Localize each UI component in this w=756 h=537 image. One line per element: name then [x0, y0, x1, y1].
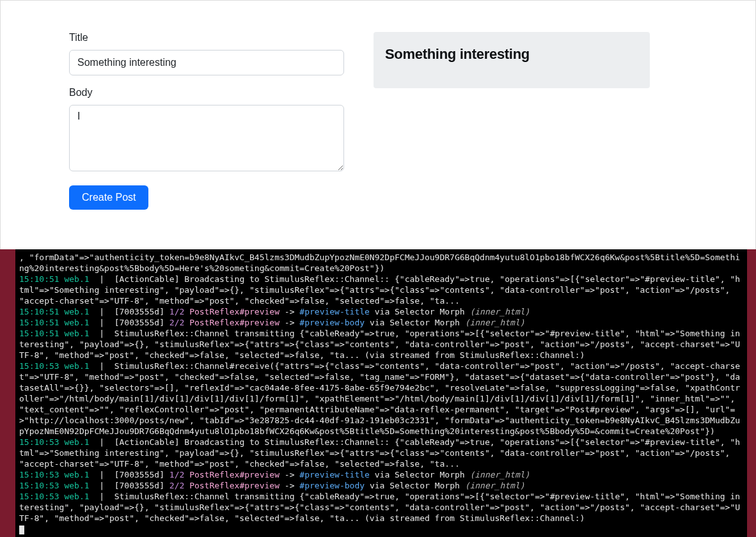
post-form: Title Body Create Post	[69, 32, 414, 249]
terminal-line: 15:10:51 web.1 | StimulusReflex::Channel…	[19, 328, 743, 361]
terminal-line: 15:10:51 web.1 | [7003555d] 1/2 PostRefl…	[19, 306, 743, 317]
terminal-line: 15:10:51 web.1 | [ActionCable] Broadcast…	[19, 274, 743, 306]
body-group: Body	[69, 87, 414, 174]
terminal-line: 15:10:51 web.1 | [7003555d] 2/2 PostRefl…	[19, 317, 743, 328]
preview-panel: Something interesting	[374, 32, 650, 249]
terminal-line: 15:10:53 web.1 | [ActionCable] Broadcast…	[19, 437, 743, 469]
terminal-pane[interactable]: , "formData"=>"authenticity_token=b9e8Ny…	[15, 249, 747, 537]
terminal-cursor	[19, 524, 743, 534]
title-group: Title	[69, 32, 414, 75]
body-label: Body	[69, 87, 414, 98]
body-textarea[interactable]	[69, 105, 344, 171]
desktop-wallpaper-right	[747, 249, 756, 537]
terminal-line: 15:10:53 web.1 | [7003555d] 1/2 PostRefl…	[19, 469, 743, 480]
page-top-split: Title Body Create Post Something interes…	[0, 0, 756, 249]
terminal-line: , "formData"=>"authenticity_token=b9e8Ny…	[19, 252, 743, 274]
title-input[interactable]	[69, 50, 344, 75]
terminal-line: 15:10:53 web.1 | StimulusReflex::Channel…	[19, 361, 743, 437]
create-post-button[interactable]: Create Post	[69, 185, 148, 210]
preview-title: Something interesting	[385, 46, 638, 63]
terminal-line: 15:10:53 web.1 | [7003555d] 2/2 PostRefl…	[19, 480, 743, 491]
title-label: Title	[69, 32, 414, 43]
preview-card: Something interesting	[374, 32, 650, 88]
desktop-wallpaper-left	[0, 249, 15, 537]
terminal-line: 15:10:53 web.1 | StimulusReflex::Channel…	[19, 491, 743, 524]
